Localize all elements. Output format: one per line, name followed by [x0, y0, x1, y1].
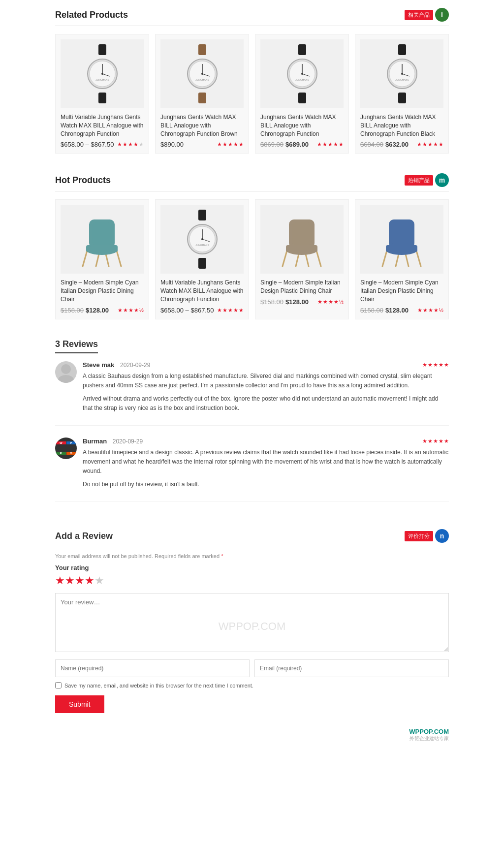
- submit-button[interactable]: Submit: [55, 695, 104, 713]
- reviewer-avatar: W P P O: [55, 438, 77, 459]
- reviewer-date: 2020-09-29: [113, 438, 143, 445]
- product-price: $890.00: [160, 141, 184, 148]
- footer-sub: 外贸企业建站专家: [55, 735, 449, 742]
- product-card[interactable]: JUNGHANS Multi Variable Junghans Gents W…: [55, 34, 149, 154]
- name-input[interactable]: [55, 659, 250, 677]
- svg-rect-1: [98, 93, 106, 103]
- product-image: [360, 205, 443, 274]
- reviewer-name: Steve mak: [83, 361, 114, 369]
- svg-text:JUNGHANS: JUNGHANS: [295, 78, 309, 81]
- review-stars: ★★★★★: [422, 362, 449, 368]
- svg-text:JUNGHANS: JUNGHANS: [195, 244, 209, 247]
- product-price: $158.00$128.00: [260, 298, 309, 306]
- product-card[interactable]: JUNGHANS Junghans Gents Watch MAX BILL A…: [155, 34, 249, 154]
- svg-line-51: [316, 249, 321, 266]
- product-stars: ★★★★½: [118, 307, 144, 313]
- email-input[interactable]: [254, 659, 449, 677]
- related-products-badge: 相关产品 I: [405, 8, 449, 22]
- product-image: JUNGHANS: [160, 205, 244, 274]
- hot-products-title: Hot Products: [55, 175, 111, 186]
- product-price-row: $158.00$128.00★★★★½: [360, 307, 443, 314]
- reviewer-info: Burman 2020-09-29: [83, 438, 143, 445]
- svg-text:JUNGHANS: JUNGHANS: [195, 78, 209, 81]
- related-badge-avatar: I: [435, 8, 449, 22]
- svg-line-32: [83, 249, 88, 266]
- svg-rect-16: [298, 44, 306, 55]
- reviewer-date: 2020-09-29: [120, 362, 150, 369]
- related-products-grid: JUNGHANS Multi Variable Junghans Gents W…: [55, 34, 449, 154]
- hot-products-section: Hot Products 热销产品 m Single – Modern Simp…: [49, 165, 455, 331]
- add-review-title: Add a Review: [55, 531, 113, 541]
- product-name: Junghans Gents Watch MAX BILL Analogue w…: [360, 113, 443, 138]
- review-item: W P P O Burman 2020-09-29 ★★★★★ A beauti…: [55, 438, 449, 502]
- related-products-title: Related Products: [55, 10, 128, 20]
- product-image: JUNGHANS: [160, 39, 244, 108]
- product-name: Single – Modern Simple Cyan Italian Desi…: [61, 279, 144, 303]
- product-price: $869.00$689.00: [260, 141, 309, 148]
- hot-products-header: Hot Products 热销产品 m: [55, 173, 449, 191]
- svg-rect-63: [392, 222, 411, 245]
- rating-star-filled[interactable]: ★: [65, 574, 75, 587]
- rating-star-empty[interactable]: ★: [94, 574, 104, 587]
- add-review-header: Add a Review 评价打分 n: [55, 529, 449, 547]
- related-badge-label: 相关产品: [405, 10, 433, 20]
- related-products-header: Related Products 相关产品 I: [55, 8, 449, 26]
- svg-text:JUNGHANS: JUNGHANS: [395, 78, 409, 81]
- product-name: Single – Modern Simple Italian Design Pl…: [260, 279, 344, 295]
- product-card[interactable]: JUNGHANS Multi Variable Junghans Gents W…: [155, 199, 249, 319]
- product-card[interactable]: JUNGHANS Junghans Gents Watch MAX BILL A…: [255, 34, 349, 154]
- product-price: $158.00$128.00: [360, 307, 409, 314]
- svg-rect-24: [398, 44, 406, 55]
- review-content: Burman 2020-09-29 ★★★★★ A beautiful time…: [83, 438, 449, 494]
- product-price-row: $158.00$128.00★★★★½: [260, 298, 344, 306]
- product-stars: ★★★★★: [417, 141, 443, 148]
- reviews-section: 3 Reviews Steve mak 2020-09-29 ★★★★★ A c…: [49, 331, 455, 522]
- rating-star-filled[interactable]: ★: [55, 574, 65, 587]
- privacy-note: Your email address will not be published…: [55, 553, 449, 559]
- product-card[interactable]: JUNGHANS Junghans Gents Watch MAX BILL A…: [355, 34, 449, 154]
- product-price-row: $658.00 – $867.50★★★★★: [61, 141, 144, 148]
- svg-rect-25: [398, 93, 406, 103]
- save-row: Save my name, email, and website in this…: [55, 682, 449, 688]
- svg-rect-39: [92, 222, 112, 245]
- rating-star-filled[interactable]: ★: [75, 574, 85, 587]
- product-card[interactable]: Single – Modern Simple Cyan Italian Desi…: [55, 199, 149, 319]
- add-review-badge-label: 评价打分: [405, 531, 433, 541]
- hot-badge-label: 热销产品: [405, 175, 433, 186]
- svg-rect-41: [198, 258, 206, 269]
- svg-text:JUNGHANS: JUNGHANS: [95, 78, 109, 81]
- product-stars: ★★★★½: [317, 299, 344, 305]
- product-price-row: $890.00★★★★★: [160, 141, 244, 148]
- review-textarea-container: WPPOP.COM: [55, 593, 449, 659]
- review-text-2: Do not be put off by his review, it isn'…: [83, 480, 449, 489]
- product-image: JUNGHANS: [360, 39, 443, 108]
- review-item: Steve mak 2020-09-29 ★★★★★ A classic Bau…: [55, 361, 449, 426]
- footer: WPPOP.COM 外贸企业建站专家: [49, 726, 455, 746]
- svg-line-35: [116, 249, 121, 266]
- product-name: Single – Modern Simple Cyan Italian Desi…: [360, 279, 443, 303]
- product-card[interactable]: Single – Modern Simple Italian Design Pl…: [255, 199, 349, 319]
- save-checkbox[interactable]: [55, 682, 62, 688]
- review-text-2: Arrived without drama and works perfectl…: [83, 394, 449, 413]
- rating-stars[interactable]: ★★★★★: [55, 574, 449, 587]
- product-price-row: $658.00 – $867.50★★★★★: [160, 307, 244, 314]
- product-price: $658.00 – $867.50: [160, 307, 214, 314]
- rating-label: Your rating: [55, 564, 449, 571]
- product-stars: ★★★★★: [217, 307, 244, 313]
- footer-brand: WPPOP.COM: [55, 728, 449, 735]
- product-image: JUNGHANS: [260, 39, 344, 108]
- rating-star-filled[interactable]: ★: [85, 574, 94, 587]
- product-card[interactable]: Single – Modern Simple Cyan Italian Desi…: [355, 199, 449, 319]
- product-image: [61, 205, 144, 274]
- form-row: [55, 659, 449, 677]
- product-price-row: $158.00$128.00★★★★½: [61, 307, 144, 314]
- review-text-1: A beautiful timepiece and a design class…: [83, 448, 449, 476]
- reviewer-meta: Burman 2020-09-29 ★★★★★: [83, 438, 449, 445]
- svg-point-30: [401, 73, 403, 75]
- svg-line-56: [382, 249, 387, 266]
- review-content: Steve mak 2020-09-29 ★★★★★ A classic Bau…: [83, 361, 449, 417]
- required-star: *: [221, 553, 223, 559]
- add-review-badge-avatar: n: [435, 529, 449, 543]
- reviews-list: Steve mak 2020-09-29 ★★★★★ A classic Bau…: [55, 361, 449, 502]
- review-textarea[interactable]: [55, 593, 449, 652]
